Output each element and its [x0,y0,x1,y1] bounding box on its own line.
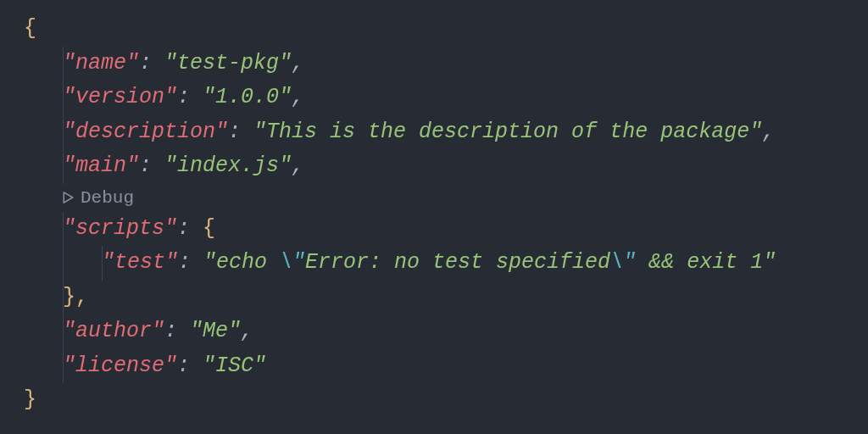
escape-char: \" [610,250,636,275]
property-line-author: "author": "Me", [24,314,844,349]
property-line-name: "name": "test-pkg", [24,47,844,81]
json-value: "Me" [190,319,241,343]
json-value-part: Error: no test specified [305,250,610,275]
colon: : [139,153,164,178]
code-editor[interactable]: { "name": "test-pkg", "version": "1.0.0"… [24,12,844,418]
json-key: "version" [63,85,177,109]
brace-close-line: } [24,383,844,418]
property-line-version: "version": "1.0.0", [24,81,844,115]
json-value: "1.0.0" [203,85,292,109]
json-key: "main" [63,153,139,178]
property-line-main: "main": "index.js", [24,149,844,184]
colon: : [164,319,190,343]
comma: , [241,319,253,343]
escape-char: \" [280,250,305,275]
colon: : [177,216,203,241]
json-key: "name" [63,51,139,75]
json-key: "author" [63,319,164,343]
json-key: "description" [63,120,228,144]
json-value-part: exit 1" [687,250,776,275]
comma: , [292,85,304,109]
json-value-part: && [636,250,687,275]
brace-open: { [24,16,36,41]
property-line-license: "license": "ISC" [24,349,844,384]
comma: , [762,120,775,144]
comma: , [292,51,304,75]
inner-brace-open: { [203,216,215,241]
inner-brace-close: }, [63,285,88,309]
brace-close: } [24,387,36,412]
json-value: "test-pkg" [164,51,292,75]
debug-label: Debug [81,186,134,210]
colon: : [139,51,164,75]
colon: : [177,85,203,109]
play-icon [63,192,74,203]
property-line-test: "test": "echo \"Error: no test specified… [24,246,844,281]
colon: : [177,353,203,378]
debug-codelens[interactable]: Debug [24,186,844,210]
inner-brace-close-line: }, [24,281,844,315]
property-line-scripts: "scripts": { [24,212,844,247]
brace-open-line: { [24,12,844,47]
json-value: "This is the description of the package" [253,120,762,144]
property-line-description: "description": "This is the description … [24,115,844,150]
colon: : [228,120,253,144]
json-key: "license" [63,353,177,378]
json-key: "test" [102,250,178,275]
json-key: "scripts" [63,216,177,241]
comma: , [292,153,304,178]
json-value-part: "echo [203,250,280,275]
json-value: "index.js" [164,153,292,178]
json-value: "ISC" [203,353,266,378]
colon: : [178,250,203,275]
